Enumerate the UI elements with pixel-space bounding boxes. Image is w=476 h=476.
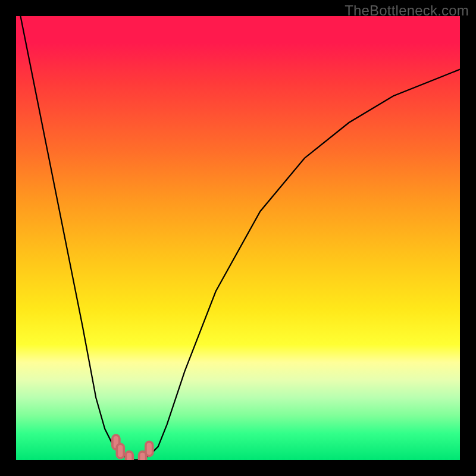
curve-layer (16, 16, 460, 460)
marker-point (146, 441, 153, 456)
marker-point (126, 452, 133, 460)
marker-point (117, 444, 124, 458)
highlight-markers (112, 435, 153, 460)
watermark-text: TheBottleneck.com (345, 2, 469, 19)
plot-area (16, 16, 460, 460)
chart-frame: TheBottleneck.com (0, 0, 476, 476)
bottleneck-curve (20, 16, 460, 460)
